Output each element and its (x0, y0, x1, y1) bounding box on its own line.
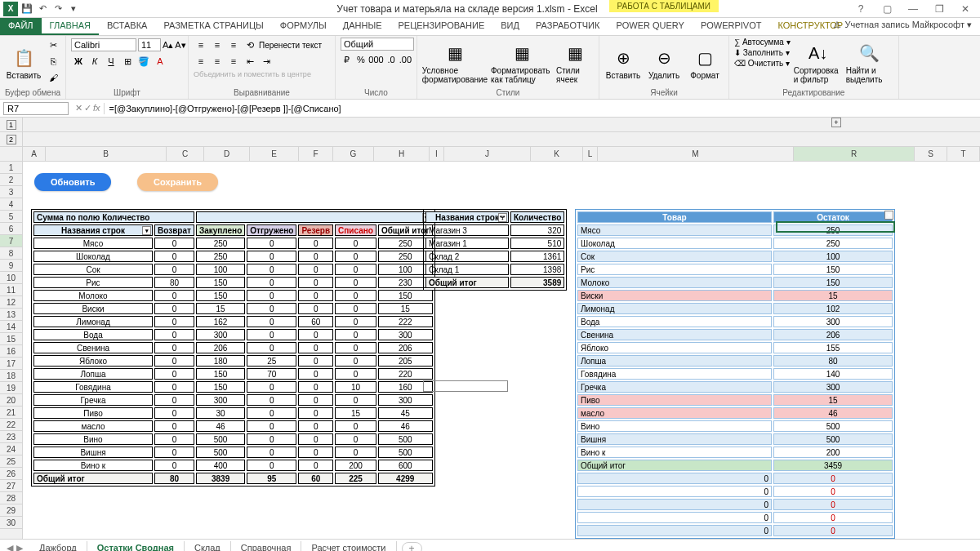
row-header-3[interactable]: 3 (0, 186, 22, 198)
sheet-tab-2[interactable]: Склад (185, 541, 231, 552)
row-header-25[interactable]: 25 (0, 455, 22, 468)
align-center-icon[interactable]: ≡ (210, 54, 225, 69)
sheet-nav-next-icon[interactable]: ▶ (16, 543, 23, 551)
row-header-30[interactable]: 30 (0, 517, 22, 529)
row-header-1[interactable]: 1 (0, 162, 22, 174)
autosum-button[interactable]: ∑ Автосумма ▾ (734, 38, 791, 47)
col-header-J[interactable]: J (444, 147, 531, 161)
row-header-16[interactable]: 16 (0, 345, 22, 358)
sheet-nav-prev-icon[interactable]: ◀ (7, 543, 13, 551)
col-header-R[interactable]: R (794, 147, 915, 161)
row-header-18[interactable]: 18 (0, 370, 22, 382)
tab-power query[interactable]: POWER QUERY (608, 18, 693, 35)
font-color-icon[interactable]: A (153, 54, 167, 69)
qat-more-icon[interactable]: ▾ (67, 2, 80, 16)
col-header-K[interactable]: K (531, 147, 583, 161)
row-header-5[interactable]: 5 (0, 211, 22, 223)
row-header-27[interactable]: 27 (0, 480, 22, 492)
worksheet-grid[interactable]: 1234567891011121314151617181920212223242… (0, 147, 980, 539)
col-header-A[interactable]: A (23, 147, 46, 161)
indent-dec-icon[interactable]: ⇤ (243, 54, 257, 69)
align-top-icon[interactable]: ≡ (194, 38, 208, 52)
copy-icon[interactable]: ⎘ (46, 54, 60, 69)
font-size-select[interactable] (138, 38, 161, 51)
italic-button[interactable]: К (87, 54, 102, 69)
col-header-L[interactable]: L (583, 147, 598, 161)
row-header-22[interactable]: 22 (0, 419, 22, 431)
decrease-font-icon[interactable]: A▾ (175, 38, 185, 52)
outline-expand-button[interactable]: + (831, 118, 841, 127)
sheet-tab-0[interactable]: Дажборд (29, 541, 87, 552)
border-icon[interactable]: ⊞ (120, 54, 135, 69)
col-header-B[interactable]: B (46, 147, 167, 161)
formula-bar[interactable]: =[@Закуплино]-[@Отгружено]-[@[Резерв ]]-… (104, 103, 980, 114)
update-button[interactable]: Обновить (34, 173, 111, 191)
conditional-format-button[interactable]: ▦Условное форматирование (422, 38, 488, 88)
format-as-table-button[interactable]: ▦Форматировать как таблицу (491, 38, 553, 88)
save-icon[interactable]: 💾 (20, 2, 33, 16)
row-header-19[interactable]: 19 (0, 382, 22, 394)
tab-разработчик[interactable]: РАЗРАБОТЧИК (528, 18, 608, 35)
row-header-14[interactable]: 14 (0, 321, 22, 333)
tab-powerpivot[interactable]: POWERPIVOT (693, 18, 770, 35)
close-icon[interactable]: ✕ (956, 2, 975, 16)
font-name-select[interactable] (71, 38, 136, 51)
clear-button[interactable]: ⌫ Очистить ▾ (734, 59, 791, 68)
fill-button[interactable]: ⬇ Заполнить ▾ (734, 48, 791, 57)
enter-formula-icon[interactable]: ✓ (84, 103, 91, 113)
account-warning[interactable]: ⚠ Учетная запись Майкрософт ▾ (833, 20, 972, 30)
tab-главная[interactable]: ГЛАВНАЯ (42, 18, 99, 35)
name-box[interactable] (3, 102, 69, 115)
delete-cells-button[interactable]: ⊖Удалить (645, 38, 683, 88)
row-header-13[interactable]: 13 (0, 309, 22, 321)
outline-level-1[interactable]: 1 (7, 120, 16, 130)
ribbon-options-icon[interactable]: ▢ (877, 2, 897, 16)
align-bot-icon[interactable]: ≡ (226, 38, 241, 52)
format-cells-button[interactable]: ▢Формат (686, 38, 724, 88)
save-button[interactable]: Сохранить (137, 173, 218, 191)
cancel-formula-icon[interactable]: ✕ (75, 103, 82, 113)
sheet-tab-4[interactable]: Расчет стоимости (301, 541, 396, 552)
tab-формулы[interactable]: ФОРМУЛЫ (272, 18, 335, 35)
row-header-8[interactable]: 8 (0, 247, 22, 260)
row-header-9[interactable]: 9 (0, 260, 22, 272)
pivot-table-1[interactable]: Сумма по полю Количество▾Названия строк▾… (31, 209, 435, 487)
underline-button[interactable]: Ч (104, 54, 118, 69)
indent-inc-icon[interactable]: ⇥ (259, 54, 274, 69)
col-header-T[interactable]: T (947, 147, 980, 161)
redo-icon[interactable]: ↷ (51, 2, 65, 16)
col-header-I[interactable]: I (430, 147, 444, 161)
sort-filter-button[interactable]: A↓Сортировка и фильтр (794, 38, 843, 88)
new-sheet-button[interactable]: + (402, 542, 422, 552)
fx-icon[interactable]: fx (93, 103, 100, 113)
minimize-icon[interactable]: — (903, 2, 923, 16)
row-header-10[interactable]: 10 (0, 272, 22, 284)
inc-decimal-icon[interactable]: .0 (385, 52, 397, 67)
comma-icon[interactable]: 000 (368, 52, 383, 67)
sheet-tab-1[interactable]: Остатки Сводная (87, 541, 185, 552)
row-header-21[interactable]: 21 (0, 407, 22, 419)
row-header-4[interactable]: 4 (0, 198, 22, 211)
orientation-icon[interactable]: ⟲ (243, 38, 257, 52)
align-mid-icon[interactable]: ≡ (210, 38, 225, 52)
tab-файл[interactable]: ФАЙЛ (0, 18, 42, 35)
wrap-text-button[interactable]: Перенести текст (259, 41, 322, 50)
percent-icon[interactable]: % (354, 52, 367, 67)
format-painter-icon[interactable]: 🖌 (46, 70, 60, 85)
row-header-20[interactable]: 20 (0, 394, 22, 407)
row-header-23[interactable]: 23 (0, 431, 22, 443)
col-header-F[interactable]: F (299, 147, 333, 161)
maximize-icon[interactable]: ❐ (929, 2, 949, 16)
bold-button[interactable]: Ж (71, 54, 86, 69)
col-header-H[interactable]: H (374, 147, 430, 161)
dec-decimal-icon[interactable]: .00 (399, 52, 412, 67)
col-header-E[interactable]: E (250, 147, 299, 161)
col-header-D[interactable]: D (204, 147, 250, 161)
align-left-icon[interactable]: ≡ (194, 54, 208, 69)
tab-разметка страницы[interactable]: РАЗМЕТКА СТРАНИЦЫ (155, 18, 271, 35)
row-header-29[interactable]: 29 (0, 504, 22, 517)
number-format-select[interactable] (341, 38, 414, 51)
tab-рецензирование[interactable]: РЕЦЕНЗИРОВАНИЕ (390, 18, 492, 35)
col-header-G[interactable]: G (333, 147, 374, 161)
tab-вставка[interactable]: ВСТАВКА (99, 18, 155, 35)
